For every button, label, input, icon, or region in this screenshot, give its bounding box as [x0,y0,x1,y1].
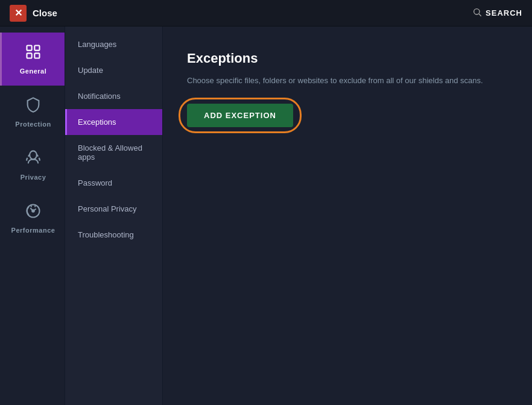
sidebar-item-protection-label: Protection [15,121,51,128]
search-button[interactable]: SEARCH [472,7,522,19]
sidebar-item-performance-label: Performance [11,227,55,234]
general-icon [25,43,42,64]
sidebar-item-general-label: General [20,68,46,75]
close-button[interactable]: ✕ Close [10,5,57,22]
page-description: Choose specific files, folders or websit… [187,75,501,87]
submenu-item-update[interactable]: Update [65,57,162,83]
svg-line-1 [479,14,481,16]
performance-icon [25,202,42,223]
svg-rect-3 [34,46,39,51]
protection-icon [25,96,42,117]
sidebar-item-performance[interactable]: Performance [0,192,65,245]
sub-sidebar: Languages Update Notifications Exception… [65,27,163,405]
submenu-item-personal-privacy[interactable]: Personal Privacy [65,196,162,222]
sidebar-item-general[interactable]: General [0,33,65,86]
submenu-item-troubleshooting[interactable]: Troubleshooting [65,222,162,248]
search-icon [472,7,482,19]
submenu-item-exceptions[interactable]: Exceptions [65,109,162,135]
main-layout: General Protection Privac [0,27,532,405]
icon-sidebar: General Protection Privac [0,27,65,405]
search-label: SEARCH [486,8,522,17]
privacy-icon [25,149,42,170]
sidebar-item-privacy-label: Privacy [21,174,46,181]
page-title: Exceptions [187,51,508,66]
svg-rect-2 [27,46,32,51]
content-area: Exceptions Choose specific files, folder… [163,27,532,405]
close-label: Close [33,8,57,18]
svg-line-12 [35,206,36,207]
add-exception-button[interactable]: ADD EXCEPTION [187,104,293,127]
svg-point-0 [474,9,480,14]
svg-rect-5 [34,53,39,58]
close-x-icon[interactable]: ✕ [10,5,27,22]
topbar: ✕ Close SEARCH [0,0,532,27]
svg-rect-4 [27,53,32,58]
sidebar-item-privacy[interactable]: Privacy [0,139,65,192]
add-exception-wrapper: ADD EXCEPTION [187,104,293,127]
sidebar-item-protection[interactable]: Protection [0,86,65,139]
submenu-item-blocked[interactable]: Blocked & Allowed apps [65,135,162,170]
svg-point-6 [30,151,37,159]
submenu-item-notifications[interactable]: Notifications [65,83,162,109]
submenu-item-languages[interactable]: Languages [65,31,162,57]
svg-line-11 [31,206,32,207]
submenu-item-password[interactable]: Password [65,170,162,196]
svg-point-10 [32,210,34,212]
